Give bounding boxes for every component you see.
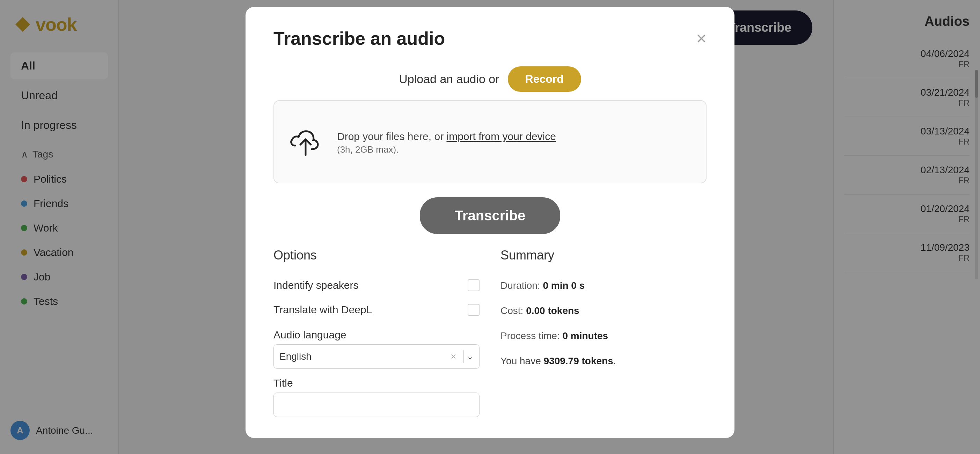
translate-deepl-checkbox[interactable]: [468, 304, 479, 316]
modal-title: Transcribe an audio: [274, 28, 445, 49]
select-clear-icon[interactable]: ×: [446, 351, 460, 362]
identify-speakers-option: Indentify speakers: [274, 273, 479, 298]
dropzone-main-text: Drop your files here, or import from you…: [337, 129, 556, 144]
audio-language-select[interactable]: English × ⌄: [274, 344, 479, 369]
audio-language-value: English: [279, 351, 446, 362]
options-summary-row: Options Indentify speakers Translate wit…: [274, 248, 706, 417]
transcribe-modal: Transcribe an audio × Upload an audio or…: [245, 7, 735, 438]
modal-transcribe-button[interactable]: Transcribe: [420, 197, 560, 234]
audio-language-label: Audio language: [274, 329, 479, 341]
select-arrow-icon[interactable]: ⌄: [466, 352, 474, 362]
dropzone-subtext: (3h, 2GB max).: [337, 144, 556, 155]
record-button[interactable]: Record: [508, 66, 581, 92]
translate-deepl-option: Translate with DeepL: [274, 298, 479, 322]
upload-dropzone[interactable]: Drop your files here, or import from you…: [274, 100, 706, 183]
upload-label-row: Upload an audio or Record: [399, 66, 581, 92]
modal-header: Transcribe an audio ×: [274, 28, 706, 49]
options-section: Options Indentify speakers Translate wit…: [274, 248, 479, 417]
options-title: Options: [274, 248, 479, 263]
summary-title: Summary: [501, 248, 706, 263]
identify-speakers-checkbox[interactable]: [468, 279, 479, 291]
process-time-row: Process time: 0 minutes: [501, 323, 706, 349]
cost-row: Cost: 0.00 tokens: [501, 298, 706, 323]
title-input[interactable]: [274, 392, 479, 417]
upload-or-text: Upload an audio or: [399, 72, 499, 86]
modal-close-button[interactable]: ×: [697, 30, 706, 47]
title-label: Title: [274, 377, 479, 389]
title-section: Title: [274, 377, 479, 417]
duration-row: Duration: 0 min 0 s: [501, 273, 706, 298]
import-link[interactable]: import from your device: [446, 131, 556, 142]
tokens-available-row: You have 9309.79 tokens.: [501, 355, 706, 367]
select-divider: [463, 350, 464, 363]
upload-section: Upload an audio or Record Drop your file…: [274, 66, 706, 183]
audio-language-section: Audio language English × ⌄: [274, 329, 479, 369]
modal-overlay: Transcribe an audio × Upload an audio or…: [0, 0, 980, 454]
identify-speakers-label: Indentify speakers: [274, 279, 358, 291]
upload-cloud-icon: [288, 122, 323, 162]
summary-section: Summary Duration: 0 min 0 s Cost: 0.00 t…: [501, 248, 706, 417]
translate-deepl-label: Translate with DeepL: [274, 304, 372, 316]
dropzone-text-area: Drop your files here, or import from you…: [337, 129, 556, 155]
